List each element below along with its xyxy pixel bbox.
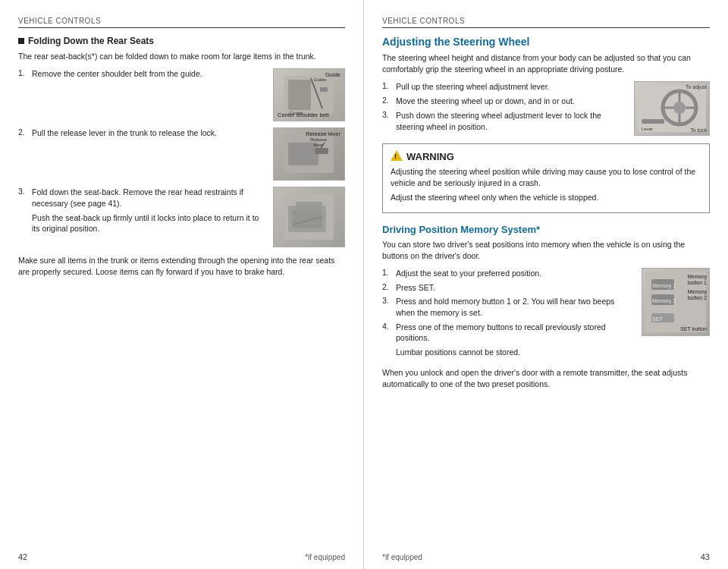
steering-svg: Lever — [638, 85, 706, 132]
shoulder-belt-svg: Guide Center — [281, 72, 337, 118]
svg-text:Lever: Lever — [642, 127, 653, 131]
step-1-container: 1. Remove the center shoulder belt from … — [18, 68, 345, 121]
svg-rect-1 — [288, 80, 311, 110]
step-2-text-area: 2. Pull the release lever in the trunk t… — [18, 127, 265, 142]
s-step-1-num: 1. — [382, 81, 396, 93]
svg-text:Memory 1: Memory 1 — [652, 283, 676, 289]
memory-photo: Memory 1 Memory 2 SET Memorybutton 1 Mem… — [642, 268, 709, 336]
warning-title: WARNING — [406, 151, 454, 162]
step-2-container: 2. Pull the release lever in the trunk t… — [18, 127, 345, 181]
step-1-label-bl: Center shoulder belt — [278, 112, 329, 118]
step-3-text: Fold down the seat-back. Remove the rear… — [32, 187, 265, 209]
m-step-4: 4. Press one of the memory buttons to re… — [382, 322, 634, 344]
s-step-3-num: 3. — [382, 110, 396, 132]
m-step-2: 2. Press SET. — [382, 282, 634, 294]
step-3-num: 3. — [18, 187, 32, 209]
step-1-num: 1. — [18, 68, 32, 80]
left-page-number: 42 — [18, 552, 27, 561]
m-step-1: 1. Adjust the seat to your preferred pos… — [382, 268, 634, 279]
m-step-1-num: 1. — [382, 268, 396, 279]
steering-steps-list: 1. Pull up the steering wheel adjustment… — [382, 81, 626, 135]
svg-rect-3 — [320, 87, 328, 92]
right-page: VEHICLE CONTROLS Adjusting the Steering … — [364, 0, 728, 569]
step-3-note: Push the seat-back up firmly until it lo… — [18, 212, 265, 234]
step-1-image: Guide Center Guide Center shoulder belt — [273, 68, 345, 121]
step-2-label-tr: Release lever — [306, 130, 340, 137]
memory-label-1: Memorybutton 1 — [688, 274, 707, 287]
s-step-3-text: Push down the steering wheel adjustment … — [396, 110, 626, 132]
steering-label-tr: To adjust — [686, 84, 707, 90]
steering-intro: The steering wheel height and distance f… — [382, 52, 710, 75]
release-lever-photo: Release lever Release lever — [274, 127, 344, 181]
svg-rect-24 — [642, 119, 664, 124]
svg-rect-16 — [296, 202, 322, 211]
svg-text:Memory 2: Memory 2 — [652, 298, 676, 304]
left-page: VEHICLE CONTROLS Folding Down the Rear S… — [0, 0, 364, 569]
s-step-1-text: Pull up the steering wheel adjustment le… — [396, 81, 550, 93]
svg-point-19 — [673, 102, 686, 114]
s-step-2: 2. Move the steering wheel up or down, a… — [382, 96, 626, 107]
left-header: VEHICLE CONTROLS — [18, 17, 345, 28]
left-intro-text: The rear seat-back(s*) can be folded dow… — [18, 51, 345, 62]
memory-image: Memory 1 Memory 2 SET Memorybutton 1 Mem… — [642, 268, 710, 336]
m-step-3-text: Press and hold memory button 1 or 2. You… — [396, 296, 634, 318]
right-header: VEHICLE CONTROLS — [382, 17, 710, 28]
step-2-num: 2. — [18, 127, 32, 139]
step-1-text-area: 1. Remove the center shoulder belt from … — [18, 68, 265, 83]
steering-photo: Lever To adjust To lock — [634, 82, 710, 135]
warning-triangle-icon — [391, 150, 403, 161]
warning-box: WARNING Adjusting the steering wheel pos… — [382, 143, 710, 212]
warning-header: WARNING — [391, 150, 701, 162]
warning-icon — [391, 150, 403, 162]
memory-section-title: Driving Position Memory System* — [382, 224, 710, 235]
s-step-2-num: 2. — [382, 96, 396, 107]
left-equipped-note: *if equipped — [305, 553, 345, 561]
memory-steps-block: 1. Adjust the seat to your preferred pos… — [382, 268, 710, 363]
left-footer: 42 *if equipped — [18, 552, 345, 561]
m-step-3-num: 3. — [382, 296, 396, 318]
page-container: VEHICLE CONTROLS Folding Down the Rear S… — [0, 0, 728, 569]
memory-steps-list: 1. Adjust the seat to your preferred pos… — [382, 268, 634, 363]
step-2-item: 2. Pull the release lever in the trunk t… — [18, 127, 265, 139]
step-3-text-area: 3. Fold down the seat-back. Remove the r… — [18, 187, 265, 239]
left-section-title: Folding Down the Rear Seats — [18, 36, 345, 46]
m-step-4-num: 4. — [382, 322, 396, 344]
shoulder-belt-photo: Guide Center Guide Center shoulder belt — [274, 68, 344, 121]
s-step-3: 3. Push down the steering wheel adjustme… — [382, 110, 626, 132]
svg-text:SET: SET — [652, 316, 663, 322]
m-step-1-text: Adjust the seat to your preferred positi… — [396, 268, 541, 279]
release-lever-svg: Release lever — [281, 131, 337, 177]
svg-text:lever: lever — [313, 143, 323, 147]
black-square-icon — [18, 38, 24, 44]
step-3-item: 3. Fold down the seat-back. Remove the r… — [18, 187, 265, 209]
steering-label-mr: To lock — [690, 127, 707, 133]
warning-line-1: Adjusting the steering wheel position wh… — [391, 166, 701, 188]
step-2-image: Release lever Release lever — [273, 127, 345, 181]
memory-bottom-note: When you unlock and open the driver's do… — [382, 367, 710, 390]
m-step-2-num: 2. — [382, 282, 396, 294]
m-step-2-text: Press SET. — [396, 282, 435, 294]
steering-image: Lever To adjust To lock — [634, 81, 710, 136]
steering-section-title: Adjusting the Steering Wheel — [382, 36, 710, 48]
steering-steps-block: 1. Pull up the steering wheel adjustment… — [382, 81, 710, 136]
step-2-text: Pull the release lever in the trunk to r… — [32, 127, 217, 139]
fold-seat-svg — [281, 190, 337, 244]
step-1-label-tr: Guide — [325, 71, 340, 78]
left-bottom-note: Make sure all items in the trunk or item… — [18, 255, 345, 278]
step-1-item: 1. Remove the center shoulder belt from … — [18, 68, 265, 80]
right-page-number: 43 — [701, 552, 710, 561]
right-footer: *if equipped 43 — [382, 552, 710, 561]
svg-text:Release: Release — [310, 137, 328, 142]
memory-label-set: SET button — [680, 326, 707, 332]
step-3-container: 3. Fold down the seat-back. Remove the r… — [18, 187, 345, 247]
right-equipped-note: *if equipped — [382, 553, 422, 561]
svg-rect-8 — [315, 148, 328, 154]
lumbar-note: Lumbar positions cannot be stored. — [382, 347, 634, 358]
s-step-2-text: Move the steering wheel up or down, and … — [396, 96, 575, 107]
warning-line-2: Adjust the steering wheel only when the … — [391, 192, 701, 203]
m-step-3: 3. Press and hold memory button 1 or 2. … — [382, 296, 634, 318]
m-step-4-text: Press one of the memory buttons to recal… — [396, 322, 634, 344]
s-step-1: 1. Pull up the steering wheel adjustment… — [382, 81, 626, 93]
memory-label-2: Memorybutton 2 — [688, 289, 707, 302]
memory-intro: You can store two driver's seat position… — [382, 239, 710, 262]
